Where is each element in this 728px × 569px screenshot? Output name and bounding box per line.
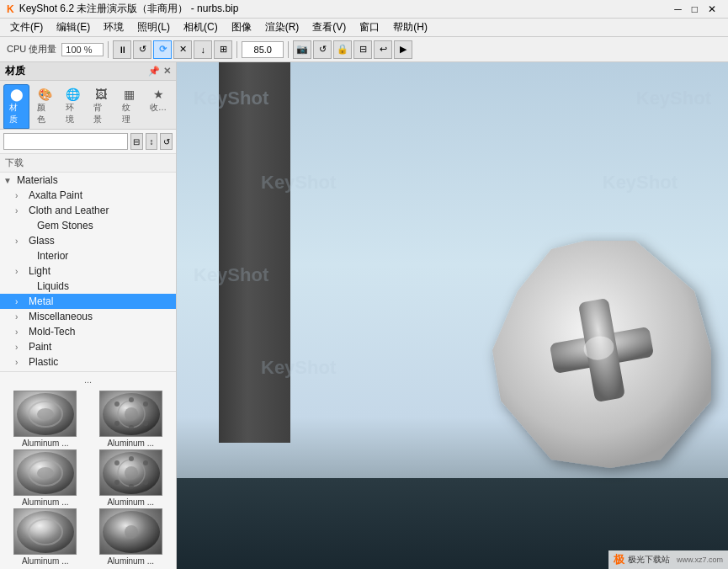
arrow-icon: › [15, 267, 27, 276]
collection-icon: ★ [153, 88, 164, 101]
background-icon: 🖼 [95, 88, 107, 101]
tab-background[interactable]: 🖼 背景 [88, 84, 114, 129]
tree-item-glass[interactable]: › Glass [0, 233, 176, 248]
menu-lighting[interactable]: 照明(L) [130, 19, 177, 36]
category-label: 下载 [0, 154, 176, 173]
filter-btn[interactable]: ⊟ [130, 133, 143, 150]
svg-point-2 [37, 408, 54, 420]
maximize-btn[interactable]: □ [687, 3, 703, 15]
arrow-icon: › [15, 297, 27, 306]
material-tree[interactable]: ▼ Materials › Axalta Paint › Cloth and L… [0, 173, 176, 371]
tree-item-light[interactable]: › Light [0, 263, 176, 279]
main-layout: 材质 📌 ✕ ⬤ 材质 🎨 颜色 🌐 环境 🖼 背景 [0, 62, 728, 569]
minimize-btn[interactable]: ─ [669, 3, 687, 15]
menu-camera[interactable]: 相机(C) [177, 19, 225, 36]
tree-item-metal[interactable]: › Metal [0, 294, 176, 309]
tree-item-paint[interactable]: › Paint [0, 339, 176, 354]
lock-btn[interactable]: 🔒 [333, 40, 352, 59]
zoom-input[interactable] [242, 41, 284, 58]
cpu-value: 100 % [61, 43, 104, 56]
tree-item-gemstones[interactable]: Gem Stones [0, 218, 176, 233]
svg-point-11 [114, 421, 120, 426]
menu-file[interactable]: 文件(F) [3, 19, 50, 36]
menu-view[interactable]: 查看(V) [306, 19, 353, 36]
render-btn[interactable]: ⟳ [153, 40, 172, 59]
tab-env[interactable]: 🌐 环境 [60, 84, 86, 129]
thumbnail-item-1[interactable]: Aluminum ... [3, 391, 88, 448]
tree-item-cloth[interactable]: › Cloth and Leather [0, 203, 176, 218]
menu-edit[interactable]: 编辑(E) [50, 19, 97, 36]
thumbnail-item-6[interactable]: Aluminum ... [89, 508, 173, 566]
tab-collection[interactable]: ★ 收… [144, 84, 173, 129]
tab-material[interactable]: ⬤ 材质 [3, 84, 29, 129]
tree-item-materials[interactable]: ▼ Materials [0, 173, 176, 188]
menu-window[interactable]: 窗口 [353, 19, 386, 36]
screw-object [467, 232, 728, 518]
tab-color[interactable]: 🎨 颜色 [31, 84, 57, 129]
svg-point-14 [37, 467, 54, 479]
thumbnail-label-2: Aluminum ... [107, 439, 154, 448]
close-btn[interactable]: ✕ [703, 3, 721, 15]
cpu-label: CPU 使用量 [3, 41, 60, 57]
tree-item-interior[interactable]: Interior [0, 248, 176, 263]
rotate-btn[interactable]: ↺ [313, 40, 332, 59]
site-url: www.xz7.com [677, 556, 723, 564]
tree-item-liquids[interactable]: Liquids [0, 279, 176, 294]
tree-item-moldtech[interactable]: › Mold-Tech [0, 324, 176, 339]
camera-btn[interactable]: 📷 [293, 40, 311, 59]
search-input[interactable] [3, 133, 128, 150]
thumbnail-item-2[interactable]: Aluminum ... [89, 391, 173, 448]
thumbnail-item-5[interactable]: Aluminum ... [3, 508, 88, 566]
back-btn[interactable]: ↩ [374, 40, 392, 59]
site-name: 极光下载站 [628, 554, 670, 566]
svg-point-20 [143, 460, 148, 465]
thumbnail-label-6: Aluminum ... [107, 556, 154, 566]
menu-env[interactable]: 环境 [97, 19, 130, 36]
svg-point-21 [143, 480, 148, 485]
logo-icon: 极 [614, 552, 624, 567]
title-bar: K KeyShot 6.2 未注册演示版（非商用） - nurbs.bip ─ … [0, 0, 728, 19]
thumbnail-img-4 [99, 449, 162, 496]
svg-point-7 [129, 397, 134, 402]
svg-point-27 [125, 525, 138, 539]
play-btn[interactable]: ▶ [394, 40, 412, 59]
menu-bar: 文件(F) 编辑(E) 环境 照明(L) 相机(C) 图像 渲染(R) 查看(V… [0, 19, 728, 37]
panel-close-btn[interactable]: ✕ [163, 66, 171, 77]
minus-btn[interactable]: ⊟ [353, 40, 372, 59]
menu-help[interactable]: 帮助(H) [386, 19, 434, 36]
material-icon: ⬤ [10, 88, 24, 101]
thumbnail-item-3[interactable]: Aluminum ... [3, 449, 88, 507]
pause-btn[interactable]: ⏸ [113, 40, 131, 59]
grid-btn[interactable]: ⊞ [214, 40, 232, 59]
svg-point-5 [125, 407, 138, 421]
panel-title-text: 材质 [5, 64, 25, 78]
refresh-list-btn[interactable]: ↺ [160, 133, 173, 150]
thumbnail-label-4: Aluminum ... [107, 497, 154, 507]
left-panel: 材质 📌 ✕ ⬤ 材质 🎨 颜色 🌐 环境 🖼 背景 [0, 62, 177, 569]
color-icon: 🎨 [38, 88, 52, 101]
arrow-icon: ▼ [3, 176, 15, 185]
thumbnail-img-2 [99, 391, 162, 437]
thumbnail-item-4[interactable]: Aluminum ... [89, 449, 173, 507]
stop-btn[interactable]: ✕ [173, 40, 192, 59]
texture-icon: ▦ [124, 88, 135, 101]
menu-render[interactable]: 渲染(R) [258, 19, 306, 36]
sort-btn[interactable]: ↕ [146, 133, 158, 150]
refresh-btn[interactable]: ↺ [133, 40, 151, 59]
viewport[interactable]: KeyShot KeyShot KeyShot KeyShot KeyShot … [177, 62, 728, 569]
down-btn[interactable]: ↓ [194, 40, 212, 59]
tree-item-plastic[interactable]: › Plastic [0, 354, 176, 370]
panel-pin-btn[interactable]: 📌 [148, 66, 160, 77]
bottom-watermark-bar: 极 极光下载站 www.xz7.com [608, 550, 728, 569]
tree-item-axalta[interactable]: › Axalta Paint [0, 188, 176, 203]
thumbnail-img-1 [13, 391, 77, 437]
svg-point-17 [125, 466, 138, 480]
thumbnail-grid: Aluminum ... [0, 387, 176, 569]
tab-texture[interactable]: ▦ 纹理 [116, 84, 142, 129]
thumbnail-label-3: Aluminum ... [22, 497, 69, 507]
panel-title-controls: 📌 ✕ [148, 66, 171, 77]
toolbar-separator-3 [288, 41, 289, 58]
tree-item-misc[interactable]: › Miscellaneous [0, 309, 176, 324]
thumbnail-img-5 [13, 508, 77, 555]
menu-image[interactable]: 图像 [225, 19, 258, 36]
